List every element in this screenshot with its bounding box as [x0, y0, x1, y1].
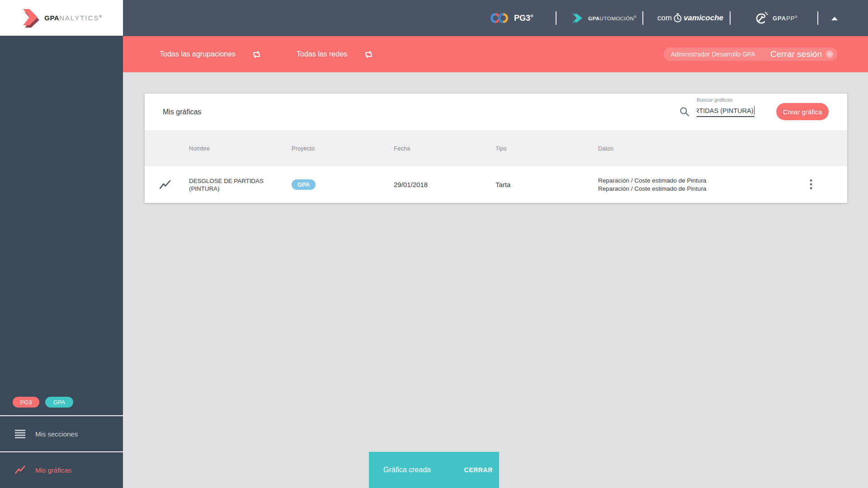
chart-type-line-icon — [159, 166, 171, 203]
project-badge: GPA — [292, 179, 316, 190]
pg3-logo-text: PG3® — [514, 14, 533, 23]
collapse-header-arrow-icon[interactable] — [831, 17, 838, 20]
comprovamicoche-logo[interactable]: com vamicoche — [657, 0, 723, 36]
header-separator — [817, 11, 818, 25]
gpautomocion-logo[interactable]: GPAUTOMOCIÓN® — [571, 0, 637, 36]
logout-button[interactable]: Cerrar sesión ✕ — [770, 49, 833, 59]
search-input-label: Buscar gráficas — [697, 97, 755, 103]
comprovamicoche-logo-text: com vamicoche — [657, 13, 723, 23]
card-header: Mis gráficas Buscar gráficas DESGLOSE DE… — [145, 94, 847, 130]
groupings-filter[interactable]: Todas las agrupaciones — [160, 36, 262, 72]
column-header-datos: Datos — [598, 130, 613, 166]
column-header-proyecto: Proyecto — [292, 130, 315, 166]
search-input-value: DESGLOSE DE PARTIDAS (PINTURA) — [697, 107, 754, 114]
sidebar-badge-pg3[interactable]: PG3 — [13, 397, 39, 408]
networks-filter[interactable]: Todas las redes — [297, 36, 374, 72]
stopwatch-icon — [673, 13, 682, 23]
header-separator — [730, 11, 731, 25]
user-name-label: Administrador Desarrollo GPA — [671, 51, 755, 58]
line-chart-icon — [15, 465, 26, 474]
sidebar-item-label: Mis gráficas — [35, 466, 71, 474]
networks-filter-label: Todas las redes — [297, 50, 347, 58]
gpanalytics-brand[interactable]: GPANALYTICS® — [0, 0, 123, 36]
column-header-tipo: Tipo — [495, 130, 507, 166]
column-header-fecha: Fecha — [394, 130, 410, 166]
groupings-filter-label: Todas las agrupaciones — [160, 50, 236, 58]
cell-fecha: 29/01/2018 — [394, 166, 428, 203]
gpapp-logo-text: GPAPP® — [773, 15, 798, 22]
sidebar-item-label: Mis secciones — [35, 430, 78, 438]
top-header-bar: PG3® GPAUTOMOCIÓN® com vamicoche — [0, 0, 868, 36]
sidebar-item-mis-graficas[interactable]: Mis gráficas — [0, 452, 123, 488]
gpapp-logo[interactable]: GPAPP® — [755, 0, 798, 36]
sidebar-item-mis-secciones[interactable]: Mis secciones — [0, 416, 123, 451]
swap-icon[interactable] — [363, 50, 374, 59]
my-charts-card: Mis gráficas Buscar gráficas DESGLOSE DE… — [145, 94, 847, 203]
user-session-pill: Administrador Desarrollo GPA Cerrar sesi… — [664, 47, 837, 61]
close-session-icon[interactable]: ✕ — [826, 51, 833, 58]
gpanalytics-brand-text: GPANALYTICS® — [44, 14, 102, 22]
snackbar-close-button[interactable]: CERRAR — [464, 466, 493, 474]
pg3-logo[interactable]: PG3® — [489, 0, 533, 36]
search-icon[interactable] — [679, 106, 690, 117]
page-title: Mis gráficas — [163, 94, 201, 130]
sidebar: PG3 GPA Mis secciones Mis — [0, 36, 123, 488]
cell-tipo: Tarta — [495, 166, 510, 203]
filter-bar: Todas las agrupaciones Todas las redes A… — [123, 36, 868, 72]
gpautomocion-logo-text: GPAUTOMOCIÓN® — [588, 15, 637, 21]
menu-lines-icon — [15, 430, 26, 438]
sidebar-badges: PG3 GPA — [0, 397, 123, 408]
gpanalytics-arrow-icon — [21, 8, 40, 28]
sidebar-badge-gpa[interactable]: GPA — [45, 397, 73, 408]
snackbar: Gráfica creada CERRAR — [369, 452, 499, 488]
search-input[interactable]: Buscar gráficas DESGLOSE DE PARTIDAS (PI… — [697, 97, 755, 117]
cell-datos: Reparación / Coste estimado de Pintura R… — [598, 166, 706, 203]
header-separator — [642, 11, 643, 25]
wrench-circle-icon — [755, 11, 769, 25]
cell-proyecto: GPA — [292, 166, 316, 203]
table-header: Nombre Proyecto Fecha Tipo Datos — [145, 130, 847, 166]
snackbar-message: Gráfica creada — [383, 466, 431, 474]
cell-nombre: DESGLOSE DE PARTIDAS (PINTURA) — [189, 166, 264, 203]
swap-icon[interactable] — [251, 50, 262, 59]
column-header-nombre: Nombre — [189, 130, 210, 166]
table-row[interactable]: DESGLOSE DE PARTIDAS (PINTURA) GPA 29/01… — [145, 166, 847, 203]
pg3-infinity-icon — [489, 12, 510, 24]
app-screen: PG3® GPAUTOMOCIÓN® com vamicoche — [0, 0, 868, 488]
text-caret — [754, 106, 755, 115]
header-separator — [556, 11, 557, 25]
create-chart-button[interactable]: Crear gráfica — [776, 103, 829, 120]
row-overflow-menu-icon[interactable] — [806, 178, 816, 191]
gpautomocion-arrow-icon — [571, 13, 584, 23]
